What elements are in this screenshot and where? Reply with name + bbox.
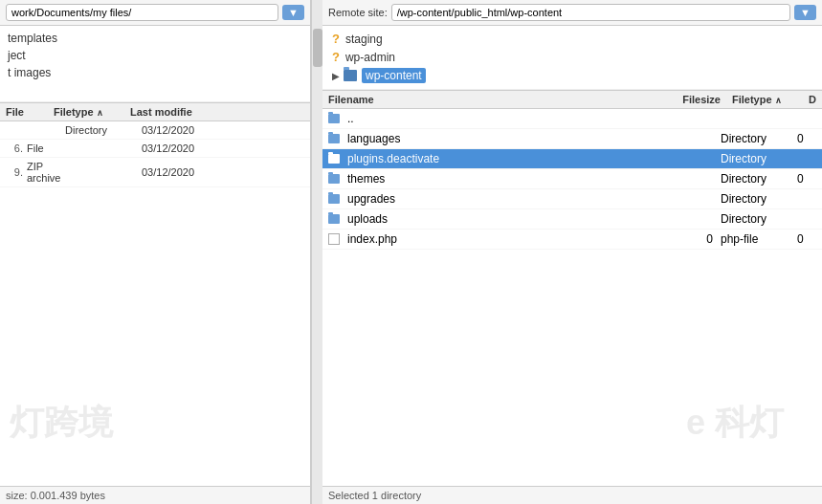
left-column-headers: File Filetype ∧ Last modifie	[0, 102, 310, 121]
row-filename: themes	[347, 172, 658, 186]
table-row-upgrades[interactable]: upgrades Directory	[322, 189, 822, 209]
tree-item-wp-content[interactable]: ▶ wp-content	[332, 66, 812, 85]
row-filename: upgrades	[347, 192, 658, 206]
table-row[interactable]: 9. ZIP archive 03/12/2020	[0, 158, 310, 187]
right-col-header-filesize[interactable]: Filesize	[664, 94, 726, 105]
row-num: 6.	[6, 142, 27, 154]
row-filename: languages	[347, 132, 658, 145]
right-address-bar: Remote site: ▼	[322, 0, 822, 26]
row-icon	[328, 233, 344, 245]
row-lastmod: 03/12/2020	[142, 166, 304, 178]
tree-item-wp-admin[interactable]: ? wp-admin	[332, 48, 812, 66]
left-file-tree: templates ject t images	[0, 26, 310, 102]
left-col-header-file[interactable]: File	[0, 106, 48, 118]
row-file: File	[27, 142, 65, 154]
tree-item-staging[interactable]: ? staging	[332, 30, 812, 48]
right-file-tree: ? staging ? wp-admin ▶ wp-content	[322, 26, 822, 90]
row-extra: 0	[797, 172, 816, 186]
row-filename: uploads	[347, 212, 658, 226]
tree-item-label: wp-content	[362, 68, 426, 83]
table-row-uploads[interactable]: uploads Directory	[322, 209, 822, 230]
question-icon: ?	[332, 50, 340, 64]
row-filename: plugins.deactivate	[347, 152, 658, 165]
file-icon	[328, 233, 340, 245]
table-row[interactable]: 6. File 03/12/2020	[0, 140, 310, 158]
table-row-dotdot[interactable]: ..	[322, 109, 822, 129]
row-lastmod: 03/12/2020	[142, 142, 304, 154]
row-filetype: Directory	[65, 124, 142, 136]
row-icon	[328, 134, 344, 143]
question-icon: ?	[332, 32, 340, 46]
folder-icon	[328, 214, 340, 224]
filetype-sort-arrow: ∧	[775, 96, 782, 105]
row-filename: ..	[347, 112, 658, 125]
table-row-languages[interactable]: languages Directory 0	[322, 129, 822, 149]
row-num: 9.	[6, 166, 27, 178]
left-scrollbar[interactable]	[311, 0, 322, 504]
filetype-sort-arrow: ∧	[97, 108, 103, 118]
folder-icon	[328, 134, 340, 143]
left-col-header-lastmod[interactable]: Last modifie	[124, 106, 310, 118]
left-address-input[interactable]	[6, 4, 278, 21]
row-icon	[328, 114, 344, 123]
right-panel: Remote site: ▼ ? staging ? wp-admin ▶ wp…	[322, 0, 822, 504]
row-file: ZIP archive	[27, 161, 65, 184]
row-extra: 0	[797, 232, 816, 246]
remote-site-label: Remote site:	[328, 7, 388, 18]
table-row-themes[interactable]: themes Directory 0	[322, 169, 822, 189]
arrow-icon: ▶	[332, 71, 340, 81]
left-col-header-filetype[interactable]: Filetype ∧	[48, 106, 124, 118]
row-filetype: Directory	[721, 192, 797, 206]
row-extra: 0	[797, 132, 816, 145]
right-dropdown-button[interactable]: ▼	[794, 5, 816, 20]
left-status: size: 0.001.439 bytes	[0, 486, 310, 504]
folder-icon	[328, 154, 340, 164]
tree-item-label: wp-admin	[345, 51, 395, 64]
row-icon	[328, 154, 344, 164]
tree-item-label: staging	[345, 33, 383, 46]
row-filetype: Directory	[721, 132, 797, 145]
folder-icon	[328, 194, 340, 204]
tree-item-templates[interactable]: templates	[8, 30, 302, 47]
row-icon	[328, 174, 344, 184]
row-filetype: php-file	[721, 232, 797, 246]
tree-item-images[interactable]: t images	[8, 64, 302, 81]
left-panel: ▼ templates ject t images File Filetype …	[0, 0, 311, 504]
folder-icon	[328, 114, 340, 123]
left-address-bar: ▼	[0, 0, 310, 26]
left-dropdown-button[interactable]: ▼	[282, 5, 304, 20]
row-filetype: Directory	[721, 212, 797, 226]
right-col-header-extra[interactable]: D	[803, 94, 822, 105]
row-icon	[328, 214, 344, 224]
row-filesize: 0	[658, 232, 721, 246]
folder-icon	[328, 174, 340, 184]
row-filetype: Directory	[721, 152, 797, 165]
table-row-plugins-deactivate[interactable]: plugins.deactivate Directory	[322, 149, 822, 169]
row-lastmod: 03/12/2020	[142, 124, 304, 136]
left-rows: Directory 03/12/2020 6. File 03/12/2020 …	[0, 121, 310, 486]
row-filename: index.php	[347, 232, 658, 246]
tree-item-ject[interactable]: ject	[8, 47, 302, 64]
right-address-input[interactable]	[391, 4, 790, 21]
table-row[interactable]: Directory 03/12/2020	[0, 121, 310, 140]
right-col-header-filename[interactable]: Filename	[322, 94, 664, 105]
right-status: Selected 1 directory	[322, 486, 822, 504]
folder-icon	[344, 70, 357, 81]
right-column-headers: Filename Filesize Filetype ∧ D	[322, 90, 822, 109]
right-col-header-filetype[interactable]: Filetype ∧	[726, 94, 803, 105]
right-rows: .. languages Directory 0	[322, 109, 822, 486]
table-row-index-php[interactable]: index.php 0 php-file 0	[322, 230, 822, 250]
scrollbar-thumb[interactable]	[313, 29, 322, 67]
row-filetype: Directory	[721, 172, 797, 186]
row-icon	[328, 194, 344, 204]
